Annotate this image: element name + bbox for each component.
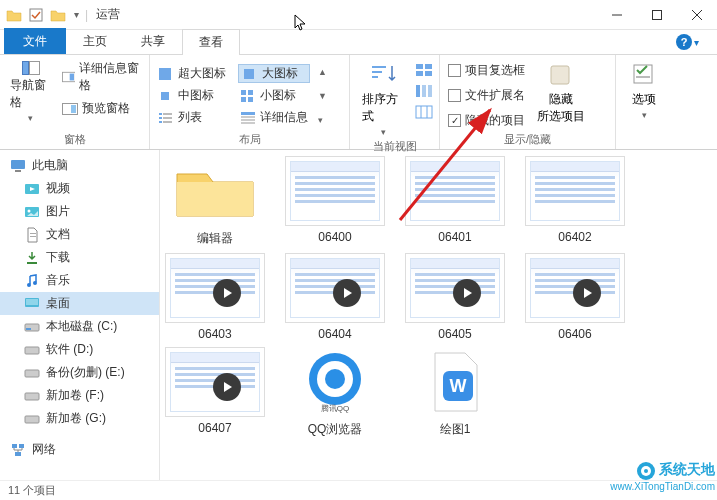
nav-videos[interactable]: 视频	[0, 177, 159, 200]
svg-rect-38	[416, 106, 432, 118]
layout-xl-icons[interactable]: 超大图标	[156, 64, 228, 83]
svg-rect-55	[26, 299, 38, 305]
file-item[interactable]: 06407	[164, 347, 266, 438]
size-columns-icon[interactable]	[415, 105, 433, 122]
svg-rect-51	[27, 262, 37, 264]
ribbon: 导航窗格 ▾ 详细信息窗格 预览窗格 窗格 超大图标 大图标 中图标	[0, 55, 717, 150]
l-icons-icon	[242, 67, 258, 81]
svg-rect-33	[416, 71, 423, 76]
nav-network[interactable]: 网络	[0, 438, 159, 461]
layout-scroll-down[interactable]: ▼	[318, 91, 327, 101]
help-button[interactable]: ?▾	[672, 30, 717, 54]
svg-rect-57	[26, 328, 31, 330]
svg-rect-22	[159, 121, 162, 123]
layout-expand[interactable]: ▾	[318, 115, 327, 125]
svg-rect-41	[551, 66, 569, 84]
layout-details[interactable]: 详细信息	[238, 108, 310, 127]
file-item[interactable]: W绘图1	[404, 347, 506, 438]
nav-desktop[interactable]: 桌面	[0, 292, 159, 315]
m-icons-icon	[158, 89, 174, 103]
nav-pictures[interactable]: 图片	[0, 200, 159, 223]
details-pane-button[interactable]: 详细信息窗格	[60, 59, 143, 95]
hide-selected-label-2: 所选项目	[537, 108, 585, 125]
qat-folder-icon[interactable]	[48, 5, 68, 25]
svg-rect-63	[19, 444, 24, 448]
file-thumbnail: 腾讯QQ	[285, 347, 385, 417]
layout-s-icons[interactable]: 小图标	[238, 86, 310, 105]
file-item[interactable]: 06405	[404, 253, 506, 341]
file-item[interactable]: 06406	[524, 253, 626, 341]
minimize-button[interactable]	[597, 0, 637, 30]
svg-rect-43	[636, 76, 650, 78]
add-columns-icon[interactable]	[415, 84, 433, 101]
file-thumbnail	[525, 156, 625, 226]
file-item[interactable]: 编辑器	[164, 156, 266, 247]
layout-scroll-up[interactable]: ▲	[318, 67, 327, 77]
svg-rect-18	[159, 113, 162, 115]
file-item[interactable]: 腾讯QQQQ浏览器	[284, 347, 386, 438]
file-item[interactable]: 06403	[164, 253, 266, 341]
nav-drive-e[interactable]: 备份(勿删) (E:)	[0, 361, 159, 384]
layout-list[interactable]: 列表	[156, 108, 228, 127]
layout-m-icons[interactable]: 中图标	[156, 86, 228, 105]
video-icon	[24, 181, 40, 197]
checkbox-icon	[448, 64, 461, 77]
qat-checkbox-icon[interactable]	[26, 5, 46, 25]
svg-rect-31	[416, 64, 423, 69]
svg-rect-8	[69, 74, 73, 81]
svg-rect-26	[241, 119, 255, 121]
svg-rect-50	[30, 236, 36, 237]
watermark: 系统天地 www.XiTongTianDi.com	[610, 461, 715, 492]
svg-rect-49	[30, 233, 36, 234]
file-item[interactable]: 06401	[404, 156, 506, 247]
nav-music[interactable]: 音乐	[0, 269, 159, 292]
nav-this-pc[interactable]: 此电脑	[0, 154, 159, 177]
file-item[interactable]: 06400	[284, 156, 386, 247]
show-hide-group-label: 显示/隐藏	[446, 132, 609, 149]
svg-text:W: W	[450, 376, 467, 396]
qat-dropdown-icon[interactable]: ▾	[70, 9, 83, 20]
qat-divider: |	[85, 8, 88, 22]
svg-rect-10	[71, 105, 76, 113]
ribbon-tabs: 文件 主页 共享 查看 ?▾	[0, 30, 717, 55]
svg-rect-16	[241, 97, 246, 102]
document-icon	[24, 227, 40, 243]
nav-pane-label: 导航窗格	[10, 77, 52, 111]
file-label: QQ浏览器	[308, 421, 363, 438]
details-icon	[240, 111, 256, 125]
tab-share[interactable]: 共享	[124, 28, 182, 54]
tab-view[interactable]: 查看	[182, 29, 240, 55]
nav-downloads[interactable]: 下载	[0, 246, 159, 269]
file-thumbnail	[285, 156, 385, 226]
group-by-icon[interactable]	[415, 63, 433, 80]
tab-file[interactable]: 文件	[4, 28, 66, 54]
svg-rect-20	[159, 117, 162, 119]
hide-selected-button[interactable]: 隐藏 所选项目	[531, 59, 591, 127]
file-thumbnail	[405, 253, 505, 323]
nav-drive-f[interactable]: 新加卷 (F:)	[0, 384, 159, 407]
sort-button[interactable]: 排序方式 ▾	[356, 59, 411, 139]
file-label: 06406	[558, 327, 591, 341]
nav-drive-g[interactable]: 新加卷 (G:)	[0, 407, 159, 430]
drive-icon	[24, 365, 40, 381]
layout-l-icons[interactable]: 大图标	[238, 64, 310, 83]
list-icon	[158, 111, 174, 125]
close-button[interactable]	[677, 0, 717, 30]
file-ext-toggle[interactable]: 文件扩展名	[446, 86, 527, 105]
svg-rect-24	[241, 112, 255, 115]
nav-drive-d[interactable]: 软件 (D:)	[0, 338, 159, 361]
options-icon	[628, 61, 660, 89]
svg-rect-12	[244, 69, 254, 79]
file-item[interactable]: 06404	[284, 253, 386, 341]
tab-home[interactable]: 主页	[66, 28, 124, 54]
hidden-items-toggle[interactable]: ✓隐藏的项目	[446, 111, 527, 130]
maximize-button[interactable]	[637, 0, 677, 30]
options-button[interactable]: 选项 ▾	[622, 59, 666, 122]
item-checkboxes-toggle[interactable]: 项目复选框	[446, 61, 527, 80]
preview-pane-button[interactable]: 预览窗格	[60, 99, 143, 118]
nav-drive-c[interactable]: 本地磁盘 (C:)	[0, 315, 159, 338]
music-icon	[24, 273, 40, 289]
file-item[interactable]: 06402	[524, 156, 626, 247]
nav-pane-button[interactable]: 导航窗格 ▾	[6, 59, 56, 125]
nav-documents[interactable]: 文档	[0, 223, 159, 246]
